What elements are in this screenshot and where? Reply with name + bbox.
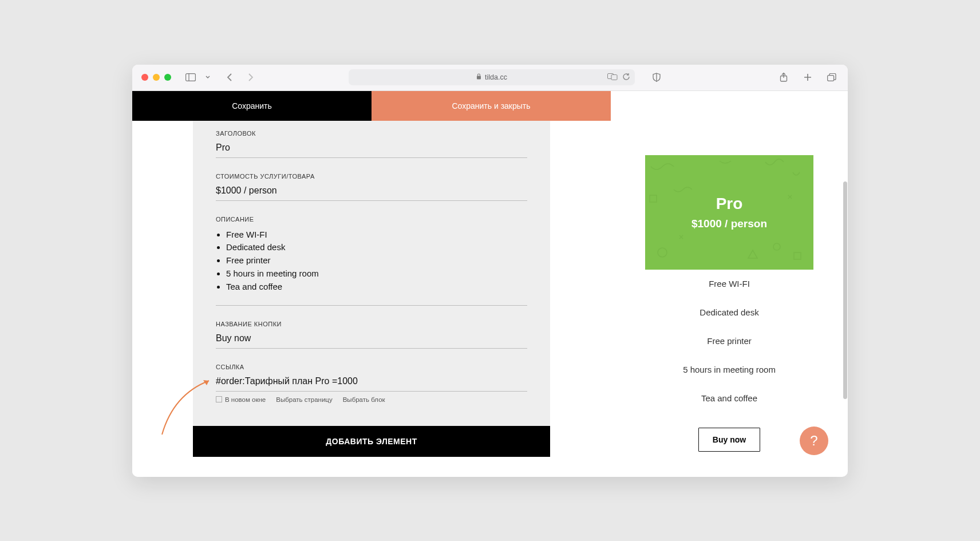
link-input[interactable]: #order:Тарифный план Pro =1000 <box>216 376 527 392</box>
link-options: В новом окне Выбрать страницу Выбрать бл… <box>216 396 527 403</box>
svg-rect-14 <box>794 252 801 259</box>
svg-rect-4 <box>611 74 617 80</box>
desc-item: Dedicated desk <box>226 241 527 254</box>
svg-point-12 <box>658 248 667 257</box>
save-button[interactable]: Сохранить <box>132 91 372 121</box>
link-label: ССЫЛКА <box>216 364 527 370</box>
desc-item: Free WI-FI <box>226 228 527 241</box>
sidebar-icon[interactable] <box>184 70 197 84</box>
maximize-icon[interactable] <box>164 74 171 81</box>
desc-item: Tea and coffee <box>226 281 527 293</box>
desc-label: ОПИСАНИЕ <box>216 216 527 223</box>
chevron-down-icon[interactable] <box>201 70 215 84</box>
desc-item: Free printer <box>226 254 527 267</box>
price-input[interactable]: $1000 / person <box>216 185 527 201</box>
editor-top-buttons: Сохранить Сохранить и закрыть <box>132 91 611 121</box>
forward-icon[interactable] <box>243 70 257 84</box>
feature-item: Dedicated desk <box>645 298 813 327</box>
preview-panel: Pro $1000 / person Free WI-FI Dedicated … <box>611 91 848 477</box>
svg-rect-0 <box>186 74 196 81</box>
reload-icon[interactable] <box>622 73 630 82</box>
feature-item: Free WI-FI <box>645 270 813 298</box>
select-block-link[interactable]: Выбрать блок <box>343 396 385 403</box>
save-close-button[interactable]: Сохранить и закрыть <box>372 91 611 121</box>
titlebar: tilda.cc <box>132 65 848 91</box>
desc-input[interactable]: Free WI-FI Dedicated desk Free printer 5… <box>216 228 527 306</box>
nav-arrows <box>223 70 257 84</box>
titlebar-right <box>777 70 839 84</box>
svg-rect-15 <box>650 195 657 202</box>
tabs-icon[interactable] <box>825 70 839 84</box>
lock-icon <box>476 73 481 81</box>
share-icon[interactable] <box>777 70 791 84</box>
pricing-card: Pro $1000 / person Free WI-FI Dedicated … <box>645 155 813 477</box>
minimize-icon[interactable] <box>153 74 160 81</box>
url-bar[interactable]: tilda.cc <box>349 69 635 85</box>
feature-item: 5 hours in meeting room <box>645 356 813 384</box>
shield-icon[interactable] <box>650 70 663 84</box>
new-tab-icon[interactable] <box>801 70 815 84</box>
window-controls <box>141 74 171 81</box>
title-label: ЗАГОЛОВОК <box>216 130 527 137</box>
pattern-decoration <box>645 155 813 270</box>
btnname-label: НАЗВАНИЕ КНОПКИ <box>216 321 527 327</box>
feature-item: Tea and coffee <box>645 384 813 413</box>
buy-now-button[interactable]: Buy now <box>698 428 760 452</box>
price-label: СТОИМОСТЬ УСЛУГИ/ТОВАРА <box>216 173 527 180</box>
scrollbar[interactable] <box>843 181 847 399</box>
desc-item: 5 hours in meeting room <box>226 267 527 280</box>
back-icon[interactable] <box>223 70 236 84</box>
editor-panel: Сохранить Сохранить и закрыть ЗАГОЛОВОК … <box>132 91 611 477</box>
svg-rect-10 <box>828 76 834 81</box>
sidebar-toggle-group <box>184 70 215 84</box>
card-features: Free WI-FI Dedicated desk Free printer 5… <box>645 270 813 413</box>
btnname-input[interactable]: Buy now <box>216 333 527 349</box>
url-text: tilda.cc <box>485 73 507 81</box>
new-window-checkbox[interactable]: В новом окне <box>216 396 266 403</box>
select-page-link[interactable]: Выбрать страницу <box>276 396 332 403</box>
svg-rect-2 <box>477 76 481 80</box>
translate-icon[interactable] <box>607 73 618 82</box>
close-icon[interactable] <box>141 74 148 81</box>
feature-item: Free printer <box>645 327 813 356</box>
card-header: Pro $1000 / person <box>645 155 813 270</box>
form: ЗАГОЛОВОК Pro СТОИМОСТЬ УСЛУГИ/ТОВАРА $1… <box>193 121 550 427</box>
page-content: Сохранить Сохранить и закрыть ЗАГОЛОВОК … <box>132 91 848 477</box>
svg-point-13 <box>773 243 780 250</box>
browser-window: tilda.cc <box>132 65 848 477</box>
help-button[interactable]: ? <box>800 427 828 455</box>
add-element-button[interactable]: ДОБАВИТЬ ЭЛЕМЕНТ <box>193 426 550 457</box>
title-input[interactable]: Pro <box>216 143 527 158</box>
